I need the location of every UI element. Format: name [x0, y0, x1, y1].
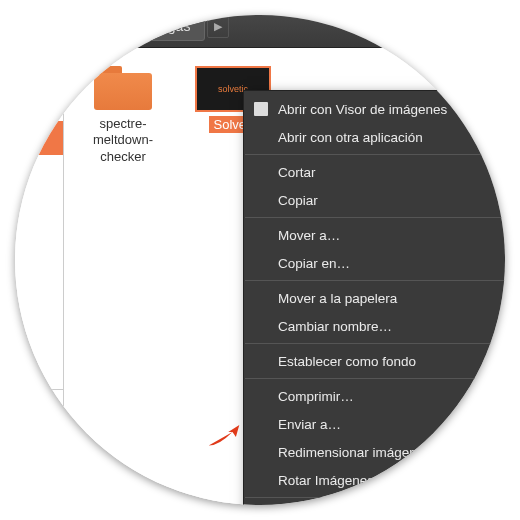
menu-wallpaper[interactable]: Establecer como fondo — [244, 347, 505, 375]
path-bar: sonal Descargas ▶ — [15, 15, 505, 48]
menu-copy[interactable]: CopiarCtr — [244, 186, 505, 214]
folder-icon — [94, 66, 152, 110]
folder-label: spectre-meltdown-checker — [74, 116, 172, 165]
sidebar-item[interactable] — [15, 155, 63, 189]
menu-compress[interactable]: Comprimir… — [244, 382, 505, 410]
menu-open-other[interactable]: Abrir con otra aplicación — [244, 123, 505, 151]
sidebar-item-selected[interactable] — [15, 121, 63, 155]
folder-item[interactable]: spectre-meltdown-checker — [74, 66, 172, 165]
menu-properties[interactable]: Propiedades — [244, 501, 505, 505]
places-sidebar: nes — [15, 48, 64, 505]
menu-separator — [245, 154, 505, 155]
menu-copy-to[interactable]: Copiar en… — [244, 249, 505, 277]
menu-separator — [245, 497, 505, 498]
menu-move-to[interactable]: Mover a… — [244, 221, 505, 249]
breadcrumb-current[interactable]: Descargas — [108, 15, 205, 41]
menu-rotate[interactable]: Rotar Imágenes… — [244, 466, 505, 494]
menu-separator — [245, 343, 505, 344]
menu-cut[interactable]: CortarCt — [244, 158, 505, 186]
menu-open-viewer[interactable]: Abrir con Visor de imágenes — [244, 95, 505, 123]
menu-separator — [245, 378, 505, 379]
breadcrumb-expand-icon[interactable]: ▶ — [207, 15, 229, 38]
menu-send-to[interactable]: Enviar a… — [244, 410, 505, 438]
menu-trash[interactable]: Mover a la papeleraSu — [244, 284, 505, 312]
sidebar-item[interactable] — [15, 87, 63, 121]
menu-resize[interactable]: Redimensionar imágenes… — [244, 438, 505, 466]
breadcrumb-parent[interactable]: sonal — [45, 15, 108, 41]
menu-separator — [245, 280, 505, 281]
menu-separator — [245, 217, 505, 218]
context-menu: Abrir con Visor de imágenes Abrir con ot… — [243, 90, 505, 505]
file-manager-window: sonal Descargas ▶ nes spectre-meltdown- — [15, 15, 505, 505]
sidebar-item-bottom[interactable]: nes — [15, 390, 63, 424]
menu-rename[interactable]: Cambiar nombre… — [244, 312, 505, 340]
